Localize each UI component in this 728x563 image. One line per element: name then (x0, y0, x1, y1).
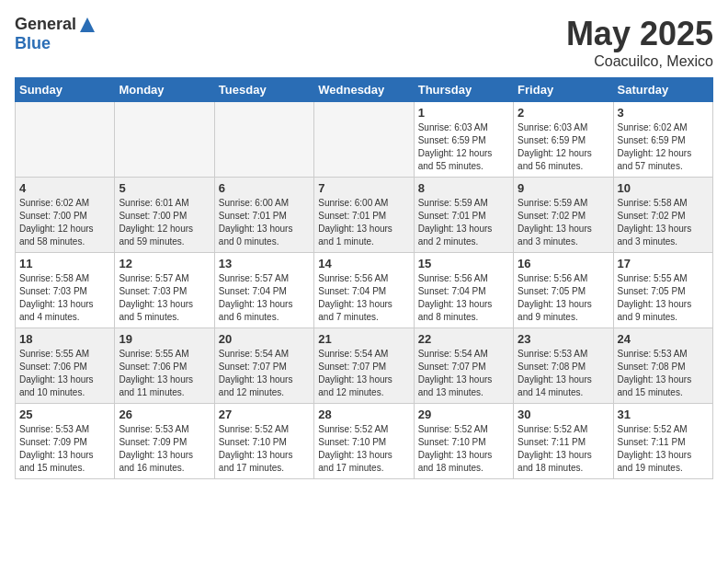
calendar-day-cell: 19Sunrise: 5:55 AM Sunset: 7:06 PM Dayli… (115, 328, 214, 404)
day-number: 15 (418, 257, 509, 270)
calendar-day-cell: 6Sunrise: 6:00 AM Sunset: 7:01 PM Daylig… (214, 178, 313, 253)
day-info: Sunrise: 5:58 AM Sunset: 7:03 PM Dayligh… (19, 272, 110, 324)
calendar-day-cell: 2Sunrise: 6:03 AM Sunset: 6:59 PM Daylig… (514, 102, 613, 178)
page-header: General Blue May 2025 Coacuilco, Mexico (15, 15, 713, 70)
day-number: 13 (219, 257, 310, 270)
calendar-day-cell: 14Sunrise: 5:56 AM Sunset: 7:04 PM Dayli… (314, 253, 414, 328)
calendar-week-row: 18Sunrise: 5:55 AM Sunset: 7:06 PM Dayli… (16, 328, 713, 404)
day-number: 17 (618, 257, 709, 270)
day-info: Sunrise: 5:56 AM Sunset: 7:05 PM Dayligh… (518, 272, 609, 324)
day-info: Sunrise: 5:52 AM Sunset: 7:11 PM Dayligh… (518, 423, 609, 475)
calendar-day-cell: 23Sunrise: 5:53 AM Sunset: 7:08 PM Dayli… (514, 328, 613, 404)
day-number: 23 (518, 332, 609, 346)
day-info: Sunrise: 5:59 AM Sunset: 7:01 PM Dayligh… (418, 197, 509, 248)
day-number: 5 (119, 181, 210, 195)
day-number: 12 (119, 257, 210, 270)
day-info: Sunrise: 5:55 AM Sunset: 7:06 PM Dayligh… (119, 348, 210, 399)
day-number: 31 (618, 408, 709, 421)
day-number: 2 (518, 106, 609, 120)
calendar-day-cell: 26Sunrise: 5:53 AM Sunset: 7:09 PM Dayli… (115, 404, 214, 479)
calendar-day-cell: 10Sunrise: 5:58 AM Sunset: 7:02 PM Dayli… (613, 178, 712, 253)
day-info: Sunrise: 5:59 AM Sunset: 7:02 PM Dayligh… (518, 197, 609, 248)
day-number: 30 (518, 408, 609, 421)
day-number: 9 (518, 181, 609, 195)
calendar-day-cell (314, 102, 414, 178)
calendar-week-row: 25Sunrise: 5:53 AM Sunset: 7:09 PM Dayli… (16, 404, 713, 479)
calendar-day-cell: 22Sunrise: 5:54 AM Sunset: 7:07 PM Dayli… (414, 328, 513, 404)
day-number: 22 (418, 332, 509, 346)
day-number: 14 (318, 257, 409, 270)
calendar-day-cell: 20Sunrise: 5:54 AM Sunset: 7:07 PM Dayli… (214, 328, 313, 404)
day-info: Sunrise: 5:55 AM Sunset: 7:05 PM Dayligh… (618, 272, 709, 324)
day-info: Sunrise: 6:00 AM Sunset: 7:01 PM Dayligh… (318, 197, 409, 248)
day-info: Sunrise: 6:03 AM Sunset: 6:59 PM Dayligh… (418, 121, 509, 173)
day-info: Sunrise: 5:52 AM Sunset: 7:10 PM Dayligh… (219, 423, 310, 475)
calendar-day-cell: 4Sunrise: 6:02 AM Sunset: 7:00 PM Daylig… (16, 178, 115, 253)
day-info: Sunrise: 5:58 AM Sunset: 7:02 PM Dayligh… (618, 197, 709, 248)
day-number: 1 (418, 106, 509, 120)
calendar-day-cell (16, 102, 115, 178)
day-info: Sunrise: 5:52 AM Sunset: 7:10 PM Dayligh… (318, 423, 409, 475)
day-info: Sunrise: 6:00 AM Sunset: 7:01 PM Dayligh… (219, 197, 310, 248)
day-number: 28 (318, 408, 409, 421)
logo: General Blue (15, 15, 97, 53)
calendar-header-wednesday: Wednesday (314, 78, 414, 102)
calendar-week-row: 4Sunrise: 6:02 AM Sunset: 7:00 PM Daylig… (16, 178, 713, 253)
month-title: May 2025 (566, 15, 713, 53)
calendar-day-cell: 18Sunrise: 5:55 AM Sunset: 7:06 PM Dayli… (16, 328, 115, 404)
day-number: 26 (119, 408, 210, 421)
day-number: 10 (618, 181, 709, 195)
day-number: 19 (119, 332, 210, 346)
calendar-day-cell (115, 102, 214, 178)
calendar-header-tuesday: Tuesday (214, 78, 313, 102)
svg-marker-0 (80, 17, 95, 32)
day-info: Sunrise: 5:56 AM Sunset: 7:04 PM Dayligh… (418, 272, 509, 324)
day-info: Sunrise: 6:03 AM Sunset: 6:59 PM Dayligh… (518, 121, 609, 173)
calendar-day-cell: 24Sunrise: 5:53 AM Sunset: 7:08 PM Dayli… (613, 328, 712, 404)
calendar-week-row: 1Sunrise: 6:03 AM Sunset: 6:59 PM Daylig… (16, 102, 713, 178)
day-number: 24 (618, 332, 709, 346)
day-info: Sunrise: 5:54 AM Sunset: 7:07 PM Dayligh… (219, 348, 310, 399)
day-info: Sunrise: 5:57 AM Sunset: 7:03 PM Dayligh… (119, 272, 210, 324)
day-info: Sunrise: 5:54 AM Sunset: 7:07 PM Dayligh… (318, 348, 409, 399)
day-number: 16 (518, 257, 609, 270)
calendar-day-cell: 11Sunrise: 5:58 AM Sunset: 7:03 PM Dayli… (16, 253, 115, 328)
calendar-day-cell: 17Sunrise: 5:55 AM Sunset: 7:05 PM Dayli… (613, 253, 712, 328)
day-info: Sunrise: 5:52 AM Sunset: 7:10 PM Dayligh… (418, 423, 509, 475)
calendar-header-row: SundayMondayTuesdayWednesdayThursdayFrid… (16, 78, 713, 102)
day-info: Sunrise: 6:02 AM Sunset: 7:00 PM Dayligh… (19, 197, 110, 248)
logo-general-text: General (15, 15, 76, 34)
logo-icon (78, 16, 97, 34)
calendar-day-cell: 30Sunrise: 5:52 AM Sunset: 7:11 PM Dayli… (514, 404, 613, 479)
calendar-day-cell: 28Sunrise: 5:52 AM Sunset: 7:10 PM Dayli… (314, 404, 414, 479)
day-info: Sunrise: 5:55 AM Sunset: 7:06 PM Dayligh… (19, 348, 110, 399)
calendar-header-thursday: Thursday (414, 78, 513, 102)
calendar-day-cell: 15Sunrise: 5:56 AM Sunset: 7:04 PM Dayli… (414, 253, 513, 328)
calendar-week-row: 11Sunrise: 5:58 AM Sunset: 7:03 PM Dayli… (16, 253, 713, 328)
calendar-day-cell: 31Sunrise: 5:52 AM Sunset: 7:11 PM Dayli… (613, 404, 712, 479)
day-info: Sunrise: 6:01 AM Sunset: 7:00 PM Dayligh… (119, 197, 210, 248)
calendar-header-monday: Monday (115, 78, 214, 102)
day-number: 7 (318, 181, 409, 195)
day-info: Sunrise: 5:54 AM Sunset: 7:07 PM Dayligh… (418, 348, 509, 399)
calendar-day-cell: 29Sunrise: 5:52 AM Sunset: 7:10 PM Dayli… (414, 404, 513, 479)
day-number: 29 (418, 408, 509, 421)
location-subtitle: Coacuilco, Mexico (566, 53, 713, 70)
day-info: Sunrise: 5:53 AM Sunset: 7:09 PM Dayligh… (19, 423, 110, 475)
calendar-day-cell: 16Sunrise: 5:56 AM Sunset: 7:05 PM Dayli… (514, 253, 613, 328)
day-number: 20 (219, 332, 310, 346)
calendar-day-cell: 21Sunrise: 5:54 AM Sunset: 7:07 PM Dayli… (314, 328, 414, 404)
day-number: 3 (618, 106, 709, 120)
calendar-day-cell: 25Sunrise: 5:53 AM Sunset: 7:09 PM Dayli… (16, 404, 115, 479)
calendar-day-cell (214, 102, 313, 178)
calendar-day-cell: 27Sunrise: 5:52 AM Sunset: 7:10 PM Dayli… (214, 404, 313, 479)
calendar-header-sunday: Sunday (16, 78, 115, 102)
day-number: 4 (19, 181, 110, 195)
day-info: Sunrise: 5:56 AM Sunset: 7:04 PM Dayligh… (318, 272, 409, 324)
day-info: Sunrise: 5:53 AM Sunset: 7:08 PM Dayligh… (518, 348, 609, 399)
day-info: Sunrise: 5:53 AM Sunset: 7:08 PM Dayligh… (618, 348, 709, 399)
day-info: Sunrise: 5:57 AM Sunset: 7:04 PM Dayligh… (219, 272, 310, 324)
day-number: 8 (418, 181, 509, 195)
title-block: May 2025 Coacuilco, Mexico (566, 15, 713, 70)
day-number: 18 (19, 332, 110, 346)
